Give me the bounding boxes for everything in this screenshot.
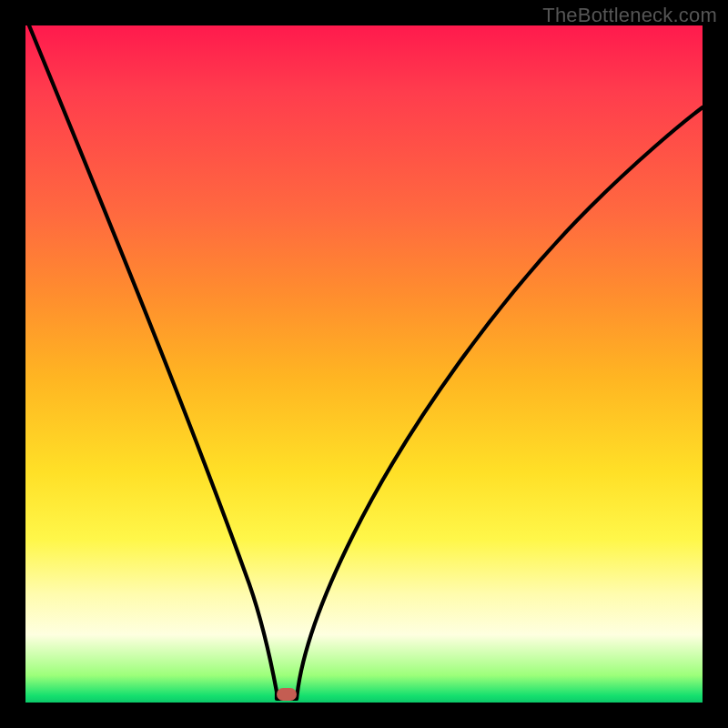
optimal-marker — [277, 688, 297, 701]
plot-area — [25, 25, 703, 703]
chart-frame: TheBottleneck.com — [0, 0, 728, 728]
watermark-text: TheBottleneck.com — [542, 4, 717, 27]
bottleneck-curve — [25, 25, 703, 703]
